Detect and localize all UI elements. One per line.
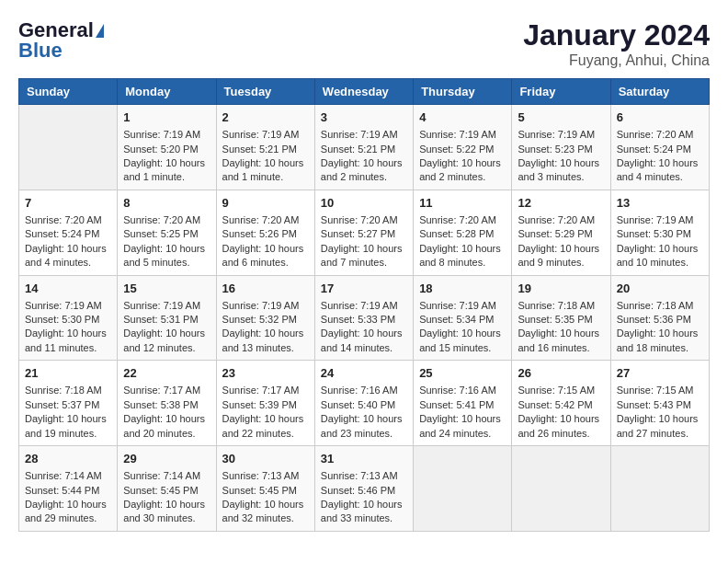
day-info-line: and 5 minutes. bbox=[123, 256, 210, 270]
day-info-line: and 4 minutes. bbox=[617, 170, 703, 184]
day-number: 21 bbox=[25, 365, 111, 382]
day-info-line: and 11 minutes. bbox=[25, 341, 111, 355]
day-info-line: Sunset: 5:24 PM bbox=[617, 143, 703, 156]
day-info-line: Sunset: 5:30 PM bbox=[617, 227, 703, 241]
day-info-line: Sunrise: 7:19 AM bbox=[518, 128, 604, 142]
day-info-line: Sunrise: 7:20 AM bbox=[222, 213, 309, 227]
day-info-line: and 18 minutes. bbox=[617, 341, 703, 355]
day-info-line: Sunrise: 7:18 AM bbox=[25, 384, 111, 397]
week-row-3: 14Sunrise: 7:19 AMSunset: 5:30 PMDayligh… bbox=[19, 275, 710, 361]
day-info-line: Sunrise: 7:20 AM bbox=[518, 213, 604, 227]
day-number: 17 bbox=[321, 281, 407, 297]
calendar-cell: 9Sunrise: 7:20 AMSunset: 5:26 PMDaylight… bbox=[216, 190, 314, 275]
day-info-line: Sunset: 5:25 PM bbox=[123, 227, 210, 241]
calendar-cell: 29Sunrise: 7:14 AMSunset: 5:45 PMDayligh… bbox=[118, 446, 216, 532]
calendar-cell: 7Sunrise: 7:20 AMSunset: 5:24 PMDaylight… bbox=[19, 190, 118, 275]
day-info-line: Sunset: 5:28 PM bbox=[419, 227, 506, 241]
day-info-line: Sunrise: 7:19 AM bbox=[25, 299, 111, 313]
day-info-line: Daylight: 10 hours bbox=[617, 327, 703, 340]
day-info-line: Sunset: 5:33 PM bbox=[321, 313, 407, 327]
day-number: 29 bbox=[123, 451, 210, 467]
calendar-cell: 14Sunrise: 7:19 AMSunset: 5:30 PMDayligh… bbox=[19, 275, 118, 361]
day-number: 23 bbox=[222, 365, 309, 382]
day-info-line: Daylight: 10 hours bbox=[321, 412, 407, 426]
day-info-line: Sunset: 5:23 PM bbox=[518, 143, 604, 156]
day-number: 26 bbox=[518, 365, 604, 382]
day-info-line: Sunrise: 7:20 AM bbox=[123, 213, 210, 227]
day-info-line: Sunrise: 7:15 AM bbox=[518, 384, 604, 397]
day-info-line: Sunset: 5:43 PM bbox=[617, 398, 703, 412]
day-info-line: and 15 minutes. bbox=[419, 341, 506, 355]
day-info-line: Sunrise: 7:19 AM bbox=[123, 128, 210, 142]
day-info-line: and 26 minutes. bbox=[518, 427, 604, 441]
day-info-line: and 1 minute. bbox=[222, 170, 309, 184]
calendar-cell: 27Sunrise: 7:15 AMSunset: 5:43 PMDayligh… bbox=[610, 361, 709, 446]
day-info-line: and 6 minutes. bbox=[222, 256, 309, 270]
day-number: 12 bbox=[518, 195, 604, 212]
day-info-line: Sunset: 5:45 PM bbox=[123, 484, 210, 498]
calendar-cell: 26Sunrise: 7:15 AMSunset: 5:42 PMDayligh… bbox=[512, 361, 610, 446]
header-friday: Friday bbox=[512, 79, 610, 105]
day-info-line: Sunrise: 7:18 AM bbox=[617, 299, 703, 313]
day-info-line: Daylight: 10 hours bbox=[518, 242, 604, 256]
day-info-line: Sunset: 5:35 PM bbox=[518, 313, 604, 327]
week-row-4: 21Sunrise: 7:18 AMSunset: 5:37 PMDayligh… bbox=[19, 361, 710, 446]
day-info-line: Sunrise: 7:19 AM bbox=[222, 128, 309, 142]
day-info-line: Sunrise: 7:17 AM bbox=[123, 384, 210, 397]
day-info-line: Daylight: 10 hours bbox=[25, 327, 111, 340]
day-number: 28 bbox=[25, 451, 111, 467]
week-row-5: 28Sunrise: 7:14 AMSunset: 5:44 PMDayligh… bbox=[19, 446, 710, 532]
header-wednesday: Wednesday bbox=[314, 79, 413, 105]
calendar-cell: 25Sunrise: 7:16 AMSunset: 5:41 PMDayligh… bbox=[414, 361, 512, 446]
calendar-cell: 12Sunrise: 7:20 AMSunset: 5:29 PMDayligh… bbox=[512, 190, 610, 275]
calendar-cell: 11Sunrise: 7:20 AMSunset: 5:28 PMDayligh… bbox=[414, 190, 512, 275]
calendar-cell: 21Sunrise: 7:18 AMSunset: 5:37 PMDayligh… bbox=[19, 361, 118, 446]
day-number: 10 bbox=[321, 195, 407, 212]
day-info-line: Daylight: 10 hours bbox=[222, 327, 309, 340]
day-info-line: Sunset: 5:30 PM bbox=[25, 313, 111, 327]
day-info-line: Sunrise: 7:13 AM bbox=[321, 469, 407, 483]
day-info-line: Sunset: 5:21 PM bbox=[222, 143, 309, 156]
day-info-line: Daylight: 10 hours bbox=[617, 156, 703, 170]
day-info-line: Daylight: 10 hours bbox=[123, 156, 210, 170]
calendar-title-block: January 2024 Fuyang, Anhui, China bbox=[523, 18, 710, 69]
day-info-line: Sunset: 5:44 PM bbox=[25, 484, 111, 498]
calendar-cell: 28Sunrise: 7:14 AMSunset: 5:44 PMDayligh… bbox=[19, 446, 118, 532]
day-info-line: Daylight: 10 hours bbox=[321, 327, 407, 340]
calendar-cell: 2Sunrise: 7:19 AMSunset: 5:21 PMDaylight… bbox=[216, 105, 314, 190]
day-info-line: Sunrise: 7:13 AM bbox=[222, 469, 309, 483]
day-info-line: Sunset: 5:41 PM bbox=[419, 398, 506, 412]
day-info-line: Sunset: 5:27 PM bbox=[321, 227, 407, 241]
logo-arrow-icon bbox=[96, 24, 104, 38]
day-info-line: Sunset: 5:20 PM bbox=[123, 143, 210, 156]
day-info-line: and 27 minutes. bbox=[617, 427, 703, 441]
calendar-cell bbox=[19, 105, 118, 190]
day-info-line: Daylight: 10 hours bbox=[321, 498, 407, 511]
day-info-line: and 2 minutes. bbox=[419, 170, 506, 184]
day-info-line: Sunrise: 7:16 AM bbox=[419, 384, 506, 397]
day-info-line: Sunrise: 7:14 AM bbox=[25, 469, 111, 483]
day-info-line: Daylight: 10 hours bbox=[222, 412, 309, 426]
day-number: 20 bbox=[617, 281, 703, 297]
day-info-line: Sunset: 5:38 PM bbox=[123, 398, 210, 412]
day-info-line: Sunrise: 7:20 AM bbox=[321, 213, 407, 227]
day-info-line: Daylight: 10 hours bbox=[419, 242, 506, 256]
day-info-line: and 1 minute. bbox=[123, 170, 210, 184]
day-info-line: Sunrise: 7:20 AM bbox=[25, 213, 111, 227]
calendar-cell: 31Sunrise: 7:13 AMSunset: 5:46 PMDayligh… bbox=[314, 446, 413, 532]
day-info-line: Sunrise: 7:19 AM bbox=[321, 299, 407, 313]
day-info-line: Daylight: 10 hours bbox=[123, 412, 210, 426]
calendar-subtitle: Fuyang, Anhui, China bbox=[523, 52, 710, 69]
day-info-line: Daylight: 10 hours bbox=[123, 327, 210, 340]
day-info-line: and 14 minutes. bbox=[321, 341, 407, 355]
header-saturday: Saturday bbox=[610, 79, 709, 105]
day-number: 8 bbox=[123, 195, 210, 212]
day-number: 27 bbox=[617, 365, 703, 382]
day-info-line: Sunrise: 7:18 AM bbox=[518, 299, 604, 313]
day-info-line: Daylight: 10 hours bbox=[617, 242, 703, 256]
calendar-cell: 22Sunrise: 7:17 AMSunset: 5:38 PMDayligh… bbox=[118, 361, 216, 446]
day-info-line: Sunset: 5:24 PM bbox=[25, 227, 111, 241]
day-info-line: Sunset: 5:42 PM bbox=[518, 398, 604, 412]
day-info-line: Sunrise: 7:19 AM bbox=[123, 299, 210, 313]
day-number: 24 bbox=[321, 365, 407, 382]
